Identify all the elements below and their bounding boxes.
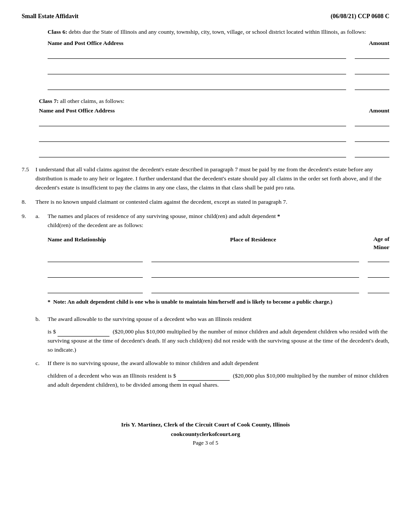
- footer-line3: Page 3 of 5: [22, 439, 389, 448]
- class6-label: Class 6:: [48, 29, 67, 35]
- para9a-line2: child(ren) of the decedent are as follow…: [48, 221, 389, 230]
- table-row-2: [48, 270, 389, 278]
- class6-name-line-2: [48, 67, 346, 74]
- para9c-letter: c.: [35, 359, 48, 390]
- class6-col-headers: Name and Post Office Address Amount: [48, 40, 389, 47]
- paragraph9: 9. a. The names and places of residence …: [22, 212, 389, 394]
- class7-amount-line-3: [355, 150, 389, 157]
- class7-name-line-1: [39, 119, 346, 126]
- class6-block: Class 6: debts due the State of Illinois…: [48, 28, 389, 90]
- class6-line-2: [48, 67, 389, 74]
- class6-line-1: [48, 51, 389, 59]
- class6-amount-line-1: [355, 51, 389, 59]
- class7-amount-line-1: [355, 119, 389, 126]
- class6-intro: Class 6: debts due the State of Illinois…: [48, 28, 389, 36]
- para75-num: 7.5: [22, 165, 35, 192]
- para9b-content: The award allowable to the surviving spo…: [48, 315, 389, 355]
- para9a-letter: a.: [35, 212, 48, 311]
- page-header: Small Estate Affidavit (06/08/21) CCP 06…: [22, 13, 389, 20]
- para9b-fill[interactable]: [58, 330, 109, 337]
- para8-num: 8.: [22, 198, 35, 207]
- class6-col-amount: Amount: [355, 40, 389, 47]
- para9b-letter: b.: [35, 315, 48, 355]
- para9a-line1: The names and places of residence of any…: [48, 212, 389, 221]
- class6-text: debts due the State of Illinois and any …: [69, 29, 366, 35]
- table-row-3: [48, 285, 389, 293]
- note-block: * Note: An adult dependent child is one …: [48, 298, 389, 307]
- class7-label: Class 7:: [39, 98, 58, 105]
- class7-amount-line-2: [355, 134, 389, 142]
- class7-line-2: [39, 134, 389, 142]
- place-line-2: [151, 270, 359, 278]
- class7-line-3: [39, 150, 389, 157]
- para9-content: a. The names and places of residence of …: [35, 212, 389, 394]
- para9a-table-header: Name and Relationship Place of Residence…: [48, 235, 389, 252]
- para75-text: I understand that all valid claims again…: [35, 165, 389, 192]
- para9a-text: The names and places of residence of any…: [48, 212, 389, 311]
- note-text: * Note: An adult dependent child is one …: [48, 298, 332, 305]
- name-line-1: [48, 254, 143, 262]
- para9c-fill[interactable]: [178, 374, 230, 381]
- place-line-3: [151, 285, 359, 293]
- class6-amount-line-2: [355, 67, 389, 74]
- para9c-text1: If there is no surviving spouse, the awa…: [48, 359, 389, 368]
- class6-line-3: [48, 82, 389, 90]
- class7-col-amount: Amount: [355, 107, 389, 114]
- para9-num: 9.: [22, 212, 35, 394]
- age-line-1: [368, 254, 389, 262]
- para9c-text2: children of a decedent who was an Illino…: [48, 372, 389, 390]
- class7-text: all other claims, as follows:: [60, 98, 125, 105]
- class7-name-line-3: [39, 150, 346, 157]
- name-line-2: [48, 270, 143, 278]
- class6-col-name: Name and Post Office Address: [48, 40, 123, 47]
- name-line-3: [48, 285, 143, 293]
- class7-intro-row: Class 7: all other claims, as follows:: [39, 98, 389, 105]
- footer-line1: Iris Y. Martinez, Clerk of the Circuit C…: [22, 420, 389, 429]
- class7-line-1: [39, 119, 389, 126]
- para9a: a. The names and places of residence of …: [35, 212, 389, 311]
- th-name-rel: Name and Relationship: [48, 235, 143, 252]
- para9c: c. If there is no surviving spouse, the …: [35, 359, 389, 390]
- class7-name-line-2: [39, 134, 346, 142]
- class7-col-headers: Name and Post Office Address Amount: [39, 107, 389, 114]
- table-row-1: [48, 254, 389, 262]
- para9b-text1: The award allowable to the surviving spo…: [48, 315, 389, 324]
- th-age-minor: Age ofMinor: [363, 235, 389, 252]
- para9b-text2: is $ ($20,000 plus $10,000 multiplied by…: [48, 327, 389, 355]
- th-place-res: Place of Residence: [143, 235, 363, 252]
- doc-code: (06/08/21) CCP 0608 C: [331, 13, 389, 20]
- age-line-3: [368, 285, 389, 293]
- class6-name-line-3: [48, 82, 346, 90]
- paragraph8: 8. There is no known unpaid claimant or …: [22, 198, 389, 207]
- place-line-1: [151, 254, 359, 262]
- para9c-content: If there is no surviving spouse, the awa…: [48, 359, 389, 390]
- class6-amount-line-3: [355, 82, 389, 90]
- paragraph75: 7.5 I understand that all valid claims a…: [22, 165, 389, 192]
- age-line-2: [368, 270, 389, 278]
- para9b: b. The award allowable to the surviving …: [35, 315, 389, 355]
- class7-block: Class 7: all other claims, as follows: N…: [39, 98, 389, 157]
- class7-col-name: Name and Post Office Address: [39, 107, 115, 114]
- para8-text: There is no known unpaid claimant or con…: [35, 198, 389, 207]
- doc-title: Small Estate Affidavit: [22, 13, 78, 20]
- class6-name-line-1: [48, 51, 346, 59]
- footer: Iris Y. Martinez, Clerk of the Circuit C…: [22, 420, 389, 448]
- footer-line2: cookcountyclerkofcourt.org: [22, 429, 389, 439]
